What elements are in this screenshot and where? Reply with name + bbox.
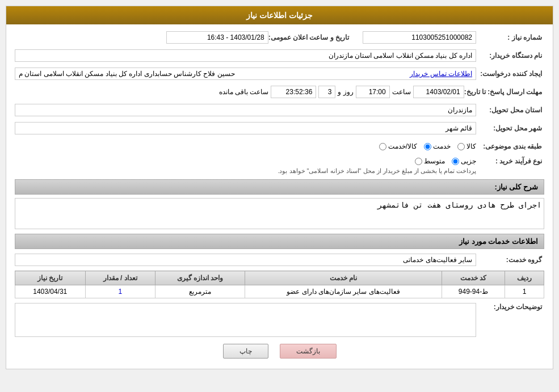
category-kala-radio[interactable] bbox=[457, 143, 465, 150]
need-number-label: شماره نیاز : bbox=[476, 33, 544, 41]
process-label: نوع فرآیند خرید : bbox=[476, 157, 544, 165]
col-row: ردیف bbox=[505, 271, 544, 285]
category-group: کالا/خدمت خدمت کالا bbox=[15, 142, 476, 150]
col-name: نام خدمت bbox=[245, 271, 442, 285]
category-label: طبقه بندی موضوعی: bbox=[476, 142, 544, 150]
category-kala-label: کالا bbox=[466, 142, 476, 150]
cell-row: 1 bbox=[505, 285, 544, 298]
services-section-header: اطلاعات خدمات مورد نیاز bbox=[15, 234, 544, 249]
deadline-time-label: ساعت bbox=[392, 88, 411, 96]
announcement-date-value: 1403/01/28 - 16:43 bbox=[166, 31, 268, 44]
city-value: قائم شهر bbox=[15, 122, 476, 134]
process-jozei-label: جزیی bbox=[461, 157, 476, 165]
print-button[interactable]: چاپ bbox=[223, 344, 268, 359]
deadline-remaining: 23:52:36 bbox=[271, 86, 316, 98]
category-khadamat-radio[interactable] bbox=[424, 143, 431, 150]
process-jozei-radio[interactable] bbox=[452, 158, 459, 165]
table-row: 1 ط-94-949 فعالیت‌های سایر سازمان‌های دا… bbox=[15, 285, 544, 298]
process-jozei-item: جزیی bbox=[452, 157, 476, 165]
category-kala-khadamat-label: کالا/خدمت bbox=[388, 142, 417, 150]
description-section-header: شرح کلی نیاز: bbox=[15, 179, 544, 195]
col-unit: واحد اندازه گیری bbox=[155, 271, 245, 285]
deadline-day-label: روز و bbox=[338, 88, 353, 96]
service-group-value: سایر فعالیت‌های خدماتی bbox=[15, 254, 476, 266]
cell-qty: 1 bbox=[85, 285, 155, 298]
col-qty: تعداد / مقدار bbox=[85, 271, 155, 285]
category-kala-khadamat-item: کالا/خدمت bbox=[379, 142, 417, 150]
process-note: پرداخت تمام یا بخشی از مبلغ خریدار از مح… bbox=[15, 167, 476, 175]
need-number-value: 1103005251000082 bbox=[363, 31, 476, 44]
cell-name: فعالیت‌های سایر سازمان‌های دارای عضو bbox=[245, 285, 442, 298]
deadline-remaining-label: ساعت باقی مانده bbox=[219, 88, 269, 96]
col-code: کد خدمت bbox=[442, 271, 505, 285]
back-button[interactable]: بازگشت bbox=[280, 344, 337, 359]
service-group-label: گروه خدمت: bbox=[476, 256, 544, 264]
category-khadamat-label: خدمت bbox=[433, 142, 451, 150]
services-table: ردیف کد خدمت نام خدمت واحد اندازه گیری ت… bbox=[15, 271, 544, 298]
cell-code: ط-94-949 bbox=[442, 285, 505, 298]
buyer-org-value: اداره کل بنیاد مسکن انقلاب اسلامی استان … bbox=[15, 49, 476, 62]
province-value: مازندران bbox=[15, 104, 476, 116]
creator-name: حسین فلاح کارشناس حسابداری اداره کل بنیا… bbox=[19, 70, 235, 78]
deadline-date: 1403/02/01 bbox=[413, 86, 464, 98]
announcement-date-label: تاریخ و ساعت اعلان عمومی: bbox=[268, 33, 351, 41]
city-label: شهر محل تحویل: bbox=[476, 124, 544, 132]
cell-unit: مترمربع bbox=[155, 285, 245, 298]
creator-link[interactable]: اطلاعات تماس خریدار bbox=[410, 70, 472, 78]
buyer-org-label: نام دستگاه خریدار: bbox=[476, 52, 544, 60]
province-label: استان محل تحویل: bbox=[476, 106, 544, 114]
buyer-notes-textarea[interactable] bbox=[15, 303, 476, 337]
deadline-label: مهلت ارسال پاسخ: تا تاریخ: bbox=[464, 88, 544, 96]
action-buttons: بازگشت چاپ bbox=[15, 344, 544, 359]
creator-label: ایجاد کننده درخواست: bbox=[476, 70, 544, 78]
deadline-days: 3 bbox=[318, 86, 335, 98]
col-date: تاریخ نیاز bbox=[15, 271, 86, 285]
cell-date: 1403/04/31 bbox=[15, 285, 86, 298]
process-motavaset-label: متوسط bbox=[424, 157, 445, 165]
process-motavaset-item: متوسط bbox=[415, 157, 445, 165]
description-textarea[interactable] bbox=[15, 198, 544, 229]
category-khadamat-item: خدمت bbox=[424, 142, 451, 150]
category-kala-item: کالا bbox=[457, 142, 476, 150]
buyer-notes-label: توضیحات خریدار: bbox=[476, 303, 544, 311]
deadline-time: 17:00 bbox=[356, 86, 390, 98]
category-kala-khadamat-radio[interactable] bbox=[379, 143, 386, 150]
page-title: جزئیات اطلاعات نیاز bbox=[6, 6, 553, 24]
process-motavaset-radio[interactable] bbox=[415, 158, 422, 165]
